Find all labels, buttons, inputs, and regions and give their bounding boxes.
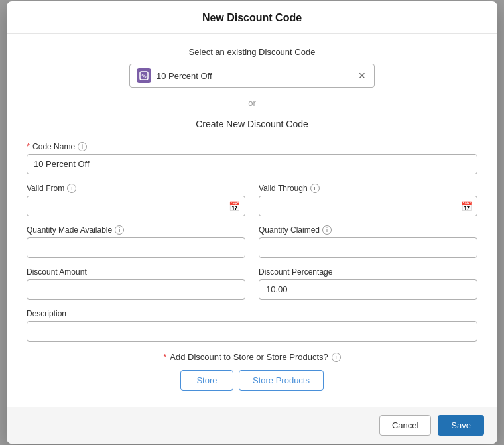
cancel-button[interactable]: Cancel	[379, 415, 431, 436]
store-products-button[interactable]: Store Products	[239, 370, 324, 391]
valid-from-calendar-icon[interactable]: 📅	[229, 201, 240, 212]
select-existing-label: Select an existing Discount Code	[27, 47, 477, 57]
code-name-input[interactable]	[27, 154, 477, 174]
description-group: Description	[27, 309, 477, 342]
quantity-claimed-group: Quantity Claimed i	[259, 225, 477, 258]
svg-text:%: %	[141, 73, 146, 79]
modal-body: Select an existing Discount Code % 10 Pe…	[7, 34, 497, 407]
discount-amount-label: Discount Amount	[27, 267, 245, 277]
discount-icon: %	[137, 68, 151, 83]
store-button[interactable]: Store	[180, 370, 233, 391]
form-section: * Code Name i Valid From i	[27, 141, 477, 342]
valid-through-input[interactable]	[259, 196, 477, 216]
quantity-row: Quantity Made Available i Quantity Claim…	[27, 225, 477, 258]
save-button[interactable]: Save	[438, 415, 484, 436]
modal-overlay: New Discount Code Select an existing Dis…	[0, 0, 504, 445]
add-discount-required: *	[163, 352, 166, 362]
required-indicator: *	[27, 141, 30, 151]
quantity-available-group: Quantity Made Available i	[27, 225, 245, 258]
add-discount-label: * Add Discount to Store or Store Product…	[27, 352, 477, 362]
create-new-label: Create New Discount Code	[27, 119, 477, 129]
discount-amount-input[interactable]	[27, 279, 245, 300]
quantity-available-info-icon[interactable]: i	[115, 225, 124, 235]
or-divider: or	[53, 98, 451, 108]
valid-through-wrapper: 📅	[259, 196, 477, 216]
existing-code-dropdown[interactable]: % 10 Percent Off ✕	[129, 64, 375, 88]
date-row: Valid From i 📅 Valid Through i	[27, 184, 477, 216]
discount-percentage-group: Discount Percentage	[259, 267, 477, 300]
code-name-info-icon[interactable]: i	[78, 142, 87, 151]
quantity-claimed-info-icon[interactable]: i	[322, 225, 332, 235]
modal-header: New Discount Code	[7, 1, 497, 34]
clear-selection-button[interactable]: ✕	[357, 71, 367, 80]
valid-from-group: Valid From i 📅	[27, 184, 245, 216]
modal-title: New Discount Code	[20, 12, 484, 24]
add-discount-info-icon[interactable]: i	[332, 353, 341, 362]
store-buttons-group: Store Store Products	[27, 370, 477, 391]
modal-footer: Cancel Save	[7, 407, 497, 444]
discount-amount-group: Discount Amount	[27, 267, 245, 300]
description-label: Description	[27, 309, 477, 318]
valid-from-label: Valid From i	[27, 184, 245, 193]
discount-percentage-input[interactable]	[259, 279, 477, 300]
quantity-available-input[interactable]	[27, 237, 245, 258]
selected-code-value: 10 Percent Off	[157, 71, 357, 81]
discount-percentage-label: Discount Percentage	[259, 267, 477, 277]
quantity-available-label: Quantity Made Available i	[27, 225, 245, 235]
description-input[interactable]	[27, 321, 477, 342]
valid-through-group: Valid Through i 📅	[259, 184, 477, 216]
modal-container: New Discount Code Select an existing Dis…	[7, 1, 497, 444]
valid-through-calendar-icon[interactable]: 📅	[461, 201, 472, 212]
valid-from-input[interactable]	[27, 196, 245, 216]
discount-row: Discount Amount Discount Percentage	[27, 267, 477, 300]
code-name-group: * Code Name i	[27, 141, 477, 174]
code-name-label: * Code Name i	[27, 141, 477, 151]
valid-through-info-icon[interactable]: i	[310, 184, 320, 193]
quantity-claimed-input[interactable]	[259, 237, 477, 258]
quantity-claimed-label: Quantity Claimed i	[259, 225, 477, 235]
valid-from-info-icon[interactable]: i	[67, 184, 76, 193]
valid-through-label: Valid Through i	[259, 184, 477, 193]
valid-from-wrapper: 📅	[27, 196, 245, 216]
